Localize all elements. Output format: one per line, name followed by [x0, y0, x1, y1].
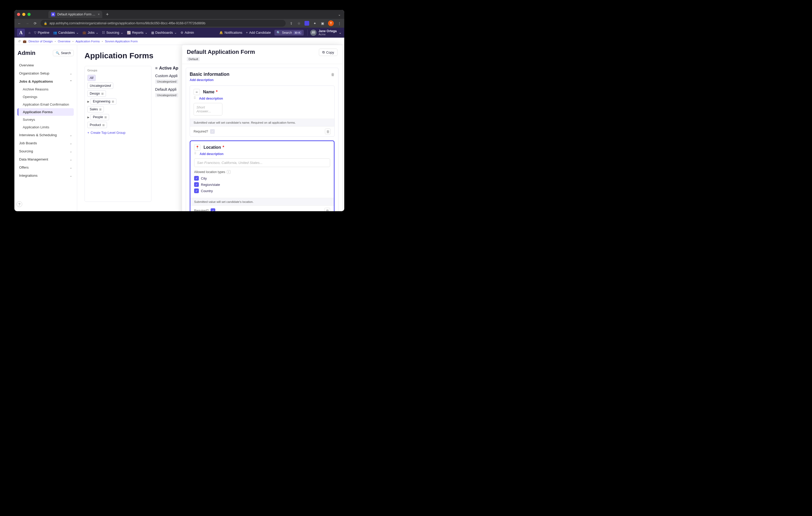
- copy-button[interactable]: ⧉Copy: [319, 49, 338, 56]
- sidebar-sub-app-forms[interactable]: Application Forms: [18, 108, 74, 116]
- sidebar-item-data[interactable]: Data Management⌄: [18, 155, 74, 163]
- create-group-link[interactable]: +Create Top-Level Group: [87, 131, 149, 134]
- chevron-down-icon[interactable]: ⌄: [337, 12, 342, 17]
- section-basic-info: Basic information 🗑 Add description ＝ Na…: [186, 68, 339, 211]
- nav-jobs[interactable]: 💼Jobs⌄: [82, 31, 98, 34]
- browser-tab[interactable]: A Default Application Form Applic ×: [49, 11, 102, 18]
- history-icon[interactable]: ↺: [18, 39, 21, 43]
- lock-icon: 🔒: [44, 22, 47, 25]
- form-row[interactable]: Custom Appli Uncategorized: [155, 74, 184, 84]
- panel-title: Default Application Form: [187, 49, 255, 55]
- caret-icon[interactable]: ▶: [87, 100, 89, 103]
- puzzle-icon[interactable]: ✦: [312, 22, 317, 25]
- add-description-link[interactable]: Add description: [199, 97, 223, 100]
- sidebar-sub-openings[interactable]: Openings: [18, 93, 74, 101]
- nav-reports[interactable]: 📈Reports⌄: [127, 31, 148, 34]
- sidebar-item-overview[interactable]: Overview: [18, 61, 74, 69]
- window-close[interactable]: [17, 13, 20, 16]
- group-pill[interactable]: People⊞: [90, 114, 109, 120]
- drag-handle-icon[interactable]: ⠿: [194, 152, 197, 155]
- sidebar-sub-limits[interactable]: Application Limits: [18, 123, 74, 131]
- extension-icon[interactable]: [304, 21, 309, 26]
- location-input[interactable]: San Francisco, California, United States…: [194, 158, 330, 167]
- window-zoom[interactable]: [27, 13, 31, 16]
- sidebar-sub-archive[interactable]: Archive Reasons: [18, 86, 74, 93]
- delete-field-button[interactable]: 🗑: [324, 208, 330, 211]
- group-pill[interactable]: Engineering⊞: [90, 98, 116, 104]
- dashboard-icon: ▦: [151, 31, 154, 34]
- profile-avatar[interactable]: T: [328, 20, 334, 26]
- group-pill-all[interactable]: All: [87, 75, 96, 81]
- nav-pipeline[interactable]: ▽Pipeline: [34, 31, 49, 34]
- required-star: *: [223, 145, 224, 150]
- add-candidate-button[interactable]: +Add Candidate: [246, 31, 271, 34]
- user-menu[interactable]: JO Jane Ortega Acme ⌄: [308, 30, 342, 36]
- checkbox-region[interactable]: ✓Region/state: [194, 182, 330, 187]
- sidebar-sub-surveys[interactable]: Surveys: [18, 116, 74, 123]
- sidebar-item-interviews[interactable]: Interviews & Scheduling⌄: [18, 131, 74, 139]
- sidebar-item-jobs-apps[interactable]: Jobs & Applications⌃: [18, 78, 74, 86]
- app-logo[interactable]: A: [17, 29, 25, 37]
- search-icon: 🔍: [277, 31, 281, 34]
- new-tab-button[interactable]: +: [105, 12, 110, 17]
- sidebar-item-org-setup[interactable]: Organization Setup⌄: [18, 69, 74, 78]
- more-icon[interactable]: ⋮: [337, 22, 342, 25]
- group-pill[interactable]: Sales⊞: [87, 106, 104, 113]
- delete-field-button[interactable]: 🗑: [325, 129, 331, 134]
- required-toggle[interactable]: ✓: [210, 129, 215, 134]
- nav-dashboards[interactable]: ▦Dashboards⌄: [151, 31, 177, 34]
- crumb-link[interactable]: Director of Design: [29, 40, 53, 43]
- user-avatar: JO: [310, 30, 317, 36]
- crumb-link[interactable]: Sovren Application Form: [105, 40, 138, 43]
- checkbox-city[interactable]: ✓City: [194, 176, 330, 181]
- sidebar-item-sourcing[interactable]: Sourcing⌄: [18, 147, 74, 155]
- sidebar-sub-email-confirm[interactable]: Application Email Confirmation: [18, 101, 74, 108]
- panel-icon[interactable]: ▣: [320, 22, 325, 25]
- list-icon: ≡: [155, 66, 157, 70]
- group-pill[interactable]: Uncategorized: [87, 83, 113, 89]
- info-icon[interactable]: i: [227, 170, 230, 174]
- window-minimize[interactable]: [22, 13, 25, 16]
- crumb-link[interactable]: Application Forms: [76, 40, 100, 43]
- org-icon: ⊞: [102, 123, 105, 127]
- plus-icon: +: [246, 31, 248, 34]
- nav-candidates[interactable]: 👥Candidates⌄: [53, 31, 79, 34]
- caret-icon[interactable]: ▶: [87, 116, 89, 119]
- nav-sourcing[interactable]: ☷Sourcing⌄: [102, 31, 123, 34]
- check-icon: ✓: [194, 188, 199, 193]
- forward-icon[interactable]: →: [25, 22, 30, 25]
- org-icon: ⊞: [112, 100, 114, 103]
- url-bar[interactable]: 🔒 app.ashbyhq.com/admin/organizational-s…: [40, 20, 286, 27]
- home-icon[interactable]: ⌂: [29, 31, 30, 34]
- checkbox-country[interactable]: ✓Country: [194, 188, 330, 193]
- group-pill[interactable]: Design⊞: [87, 90, 106, 97]
- add-description-link[interactable]: Add description: [190, 78, 335, 82]
- trash-icon[interactable]: 🗑: [331, 72, 335, 77]
- star-icon[interactable]: ☆: [297, 22, 301, 25]
- org-icon: ⊞: [101, 92, 104, 95]
- filter-icon: ▽: [34, 31, 36, 34]
- check-icon: ✓: [194, 176, 199, 181]
- global-search[interactable]: 🔍 Search ⌘+K: [274, 30, 304, 35]
- group-pill[interactable]: Product⊞: [87, 122, 107, 128]
- sidebar-item-offers[interactable]: Offers⌄: [18, 163, 74, 172]
- form-row[interactable]: Default Appli Uncategorized: [155, 87, 184, 97]
- search-kbd: ⌘+K: [293, 31, 301, 34]
- nav-admin[interactable]: ⚙Admin: [180, 31, 194, 34]
- tab-close-icon[interactable]: ×: [98, 12, 100, 16]
- reload-icon[interactable]: ⟳: [33, 22, 37, 25]
- name-input[interactable]: Short Answer...: [194, 103, 222, 116]
- add-description-link[interactable]: Add description: [200, 152, 224, 156]
- required-toggle[interactable]: ✓: [210, 208, 215, 211]
- required-star: *: [216, 90, 218, 94]
- forms-column: ≡Active Ap Custom Appli Uncategorized De…: [155, 66, 184, 202]
- sidebar-item-job-boards[interactable]: Job Boards⌄: [18, 139, 74, 147]
- notifications-button[interactable]: 🔔Notifications: [219, 31, 242, 34]
- drag-handle-icon[interactable]: ⠿: [194, 96, 196, 100]
- help-button[interactable]: ?: [17, 201, 22, 207]
- share-icon[interactable]: ⇪: [289, 22, 293, 25]
- sidebar-item-integrations[interactable]: Integrations⌄: [18, 172, 74, 180]
- back-icon[interactable]: ←: [17, 22, 22, 25]
- sidebar-search-button[interactable]: 🔍 Search: [53, 50, 74, 56]
- crumb-link[interactable]: Overview: [58, 40, 70, 43]
